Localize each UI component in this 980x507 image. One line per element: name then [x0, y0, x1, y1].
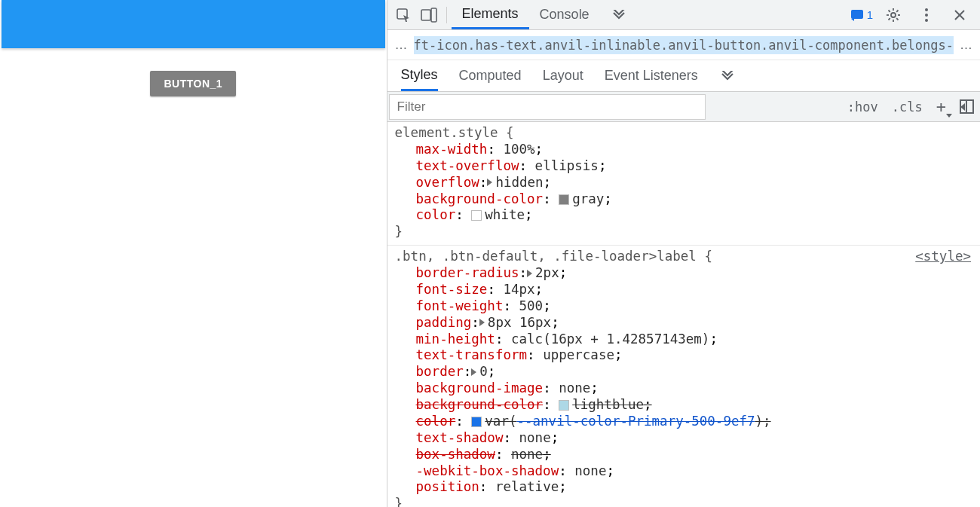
styles-subtabs: Styles Computed Layout Event Listeners [387, 60, 980, 92]
styles-pane[interactable]: element.style { max-width: 100%; text-ov… [387, 122, 980, 507]
rule-selector[interactable]: element.style { [395, 125, 514, 140]
color-swatch[interactable] [559, 194, 569, 205]
css-var-link[interactable]: --anvil-color-Primary-500-9ef7 [516, 414, 755, 429]
color-swatch[interactable] [471, 417, 482, 427]
css-declaration[interactable]: text-shadow: none; [416, 430, 972, 447]
css-declaration[interactable]: background-image: none; [416, 380, 972, 397]
css-declaration[interactable]: padding:8px 16px; [416, 315, 972, 331]
page-preview: Button_1 [0, 0, 387, 507]
css-declaration-overridden[interactable]: background-color: lightblue; [416, 397, 972, 414]
svg-line-10 [896, 18, 898, 20]
rule-selector[interactable]: .btn, .btn-default, .file-loader>label { [395, 249, 712, 264]
svg-point-14 [925, 14, 928, 17]
css-declaration[interactable]: max-width: 100%; [416, 142, 972, 158]
styles-filter-input[interactable] [389, 94, 706, 120]
css-declaration[interactable]: color: white; [416, 207, 972, 224]
settings-gear-icon[interactable] [880, 2, 906, 28]
issues-count: 1 [867, 8, 873, 21]
svg-line-12 [896, 10, 898, 11]
breadcrumb-overflow-left[interactable]: … [395, 38, 408, 53]
styles-filter-bar: :hov .cls + [387, 92, 980, 122]
device-toolbar-icon[interactable] [416, 2, 442, 28]
svg-line-11 [889, 18, 890, 20]
devtools-toolbar: Elements Console 1 [387, 0, 980, 30]
subtab-layout[interactable]: Layout [543, 60, 583, 91]
style-rule[interactable]: <style> .btn, .btn-default, .file-loader… [387, 246, 980, 507]
css-declaration[interactable]: font-weight: 500; [416, 298, 972, 315]
svg-rect-2 [431, 8, 436, 22]
svg-rect-3 [851, 10, 863, 19]
new-style-rule-icon[interactable]: + [936, 97, 946, 116]
css-declaration-overridden[interactable]: color: var(--anvil-color-Primary-500-9ef… [416, 414, 972, 430]
toggle-cls[interactable]: .cls [892, 99, 923, 115]
rule-origin-link[interactable]: <style> [915, 249, 971, 265]
devtools-panel: Elements Console 1 [387, 0, 980, 507]
css-declaration[interactable]: text-transform: uppercase; [416, 347, 972, 364]
subtab-styles[interactable]: Styles [401, 60, 438, 91]
expand-shorthand-icon[interactable] [471, 368, 476, 376]
close-devtools-icon[interactable] [947, 2, 972, 28]
css-declaration[interactable]: position: relative; [416, 479, 972, 496]
css-declaration[interactable]: -webkit-box-shadow: none; [416, 463, 972, 480]
toggle-hov[interactable]: :hov [847, 99, 878, 115]
breadcrumb-overflow-right[interactable]: … [960, 38, 972, 53]
color-swatch[interactable] [559, 400, 569, 411]
css-declaration[interactable]: border-radius:2px; [416, 265, 972, 282]
demo-button[interactable]: Button_1 [150, 71, 236, 96]
svg-line-9 [889, 10, 890, 11]
tab-elements[interactable]: Elements [452, 0, 529, 29]
subtab-event-listeners[interactable]: Event Listeners [605, 60, 698, 91]
css-declaration[interactable]: min-height: calc(16px + 1.42857143em); [416, 331, 972, 348]
css-declaration[interactable]: font-size: 14px; [416, 282, 972, 298]
breadcrumb-selected-node[interactable]: ft-icon.has-text.anvil-inlinable.anvil-b… [414, 36, 954, 54]
expand-shorthand-icon[interactable] [479, 319, 485, 326]
svg-point-15 [925, 19, 928, 22]
svg-point-13 [925, 8, 928, 11]
tabs-overflow-icon[interactable] [600, 0, 638, 29]
css-declaration[interactable]: text-overflow: ellipsis; [416, 158, 972, 175]
subtab-computed[interactable]: Computed [459, 60, 522, 91]
css-declaration[interactable]: overflow:hidden; [416, 175, 972, 191]
kebab-menu-icon[interactable] [914, 2, 939, 28]
svg-point-4 [891, 13, 896, 17]
subtabs-overflow-icon[interactable] [719, 60, 736, 91]
toggle-sidebar-icon[interactable] [960, 99, 974, 114]
app-header-bar [2, 0, 385, 48]
expand-shorthand-icon[interactable] [527, 270, 532, 277]
color-swatch[interactable] [471, 210, 482, 221]
expand-shorthand-icon[interactable] [487, 179, 492, 186]
style-rule[interactable]: element.style { max-width: 100%; text-ov… [387, 122, 980, 246]
toolbar-separator [446, 7, 447, 23]
css-declaration[interactable]: border:0; [416, 364, 972, 380]
css-declaration-overridden[interactable]: box-shadow: none; [416, 447, 972, 463]
inspect-element-icon[interactable] [390, 2, 416, 28]
svg-rect-1 [421, 10, 430, 20]
elements-breadcrumb[interactable]: … ft-icon.has-text.anvil-inlinable.anvil… [387, 30, 980, 60]
devtools-main-tabs: Elements Console [452, 0, 638, 29]
page-body: Button_1 [0, 48, 387, 96]
css-declaration[interactable]: background-color: gray; [416, 191, 972, 208]
issues-badge[interactable]: 1 [850, 8, 873, 22]
tab-console[interactable]: Console [529, 0, 600, 29]
